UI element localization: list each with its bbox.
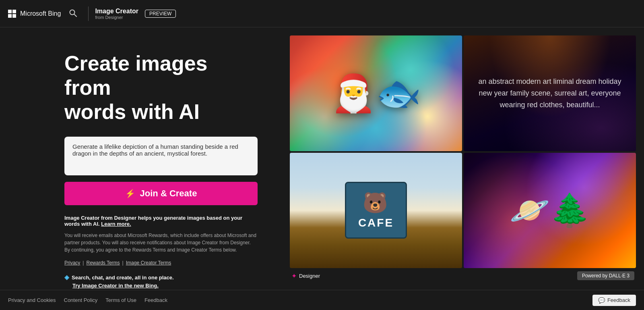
cafe-sign: 🐻 CAFE — [345, 182, 407, 239]
microsoft-bing-logo[interactable]: Microsoft Bing — [8, 10, 61, 18]
abstract-scene: an abstract modern art liminal dream hol… — [464, 35, 636, 151]
description-small: You will receive emails about Microsoft … — [64, 232, 258, 254]
image-creator-title: Image Creator — [95, 8, 138, 15]
bolt-icon: ⚡ — [125, 189, 135, 198]
footer: Privacy and Cookies Content Policy Terms… — [0, 290, 644, 310]
cosmic-scene: 🪐🌲 — [464, 153, 636, 268]
designer-label: Designer — [299, 273, 320, 279]
image-grid: 🎅🐟 an abstract modern art liminal dream … — [290, 35, 636, 268]
planet-emoji: 🪐🌲 — [510, 191, 590, 229]
preview-badge: PREVIEW — [145, 10, 176, 18]
feedback-button-label: Feedback — [607, 297, 630, 303]
privacy-cookies-link[interactable]: Privacy and Cookies — [8, 297, 56, 303]
new-bing-section: ◈ Search, chat, and create, all in one p… — [64, 274, 258, 289]
abstract-caption: an abstract modern art liminal dream hol… — [464, 68, 636, 119]
main-heading: Create images from words with AI — [64, 52, 258, 124]
join-create-button[interactable]: ⚡ Join & Create — [64, 182, 258, 205]
dall-e-badge: Powered by DALL·E 3 — [577, 271, 634, 280]
bing-label: Microsoft Bing — [20, 10, 61, 17]
description-bold: Image Creator from Designer helps you ge… — [64, 215, 258, 227]
heading-line2: words with AI — [64, 100, 200, 123]
image-cell-cafe[interactable]: 🐻 CAFE — [290, 153, 462, 268]
left-panel: Create images from words with AI Generat… — [0, 27, 282, 290]
santa-emoji: 🎅🐟 — [331, 72, 421, 114]
image-creator-info: Image Creator from Designer — [95, 8, 138, 20]
image-cell-abstract[interactable]: an abstract modern art liminal dream hol… — [464, 35, 636, 151]
image-cell-cosmic[interactable]: 🪐🌲 — [464, 153, 636, 268]
prompt-input[interactable]: Generate a lifelike depiction of a human… — [72, 143, 250, 167]
right-panel: 🎅🐟 an abstract modern art liminal dream … — [282, 27, 644, 290]
feedback-button[interactable]: 💬 Feedback — [592, 295, 636, 306]
cafe-text: CAFE — [358, 216, 394, 229]
windows-icon — [8, 10, 16, 18]
images-footer: ✦ Designer Powered by DALL·E 3 — [290, 268, 636, 282]
copilot-icon: ◈ — [64, 274, 69, 281]
search-icon — [69, 9, 77, 17]
join-create-label: Join & Create — [140, 188, 197, 199]
new-bing-text: ◈ Search, chat, and create, all in one p… — [64, 274, 258, 281]
footer-links: Privacy and Cookies Content Policy Terms… — [8, 297, 592, 303]
learn-more-link[interactable]: Learn more. — [101, 221, 131, 227]
from-designer-label: from Designer — [95, 15, 138, 20]
terms-of-use-link[interactable]: Terms of Use — [105, 297, 136, 303]
designer-badge: ✦ Designer — [291, 272, 320, 280]
prompt-input-container[interactable]: Generate a lifelike depiction of a human… — [64, 137, 258, 175]
privacy-link[interactable]: Privacy — [64, 260, 80, 266]
search-button[interactable] — [67, 7, 78, 20]
image-creator-terms-link[interactable]: Image Creator Terms — [126, 260, 171, 266]
designer-icon: ✦ — [291, 272, 297, 280]
rewards-terms-link[interactable]: Rewards Terms — [86, 260, 120, 266]
feedback-icon: 💬 — [598, 297, 605, 304]
links-row: Privacy | Rewards Terms | Image Creator … — [64, 260, 258, 266]
description-text: Image Creator from Designer helps you ge… — [64, 215, 242, 227]
header-divider — [88, 6, 89, 21]
image-cell-santa[interactable]: 🎅🐟 — [290, 35, 462, 151]
footer-feedback-link[interactable]: Feedback — [144, 297, 167, 303]
heading-line1: Create images from — [64, 52, 208, 99]
cafe-bear-icon: 🐻 — [358, 191, 394, 214]
content-policy-link[interactable]: Content Policy — [64, 297, 98, 303]
header: Microsoft Bing Image Creator from Design… — [0, 0, 644, 27]
cafe-scene: 🐻 CAFE — [290, 153, 462, 268]
main-container: Create images from words with AI Generat… — [0, 27, 644, 290]
svg-line-1 — [74, 14, 76, 17]
try-new-bing-link[interactable]: Try Image Creator in the new Bing. — [72, 283, 258, 289]
santa-scene: 🎅🐟 — [290, 35, 462, 151]
